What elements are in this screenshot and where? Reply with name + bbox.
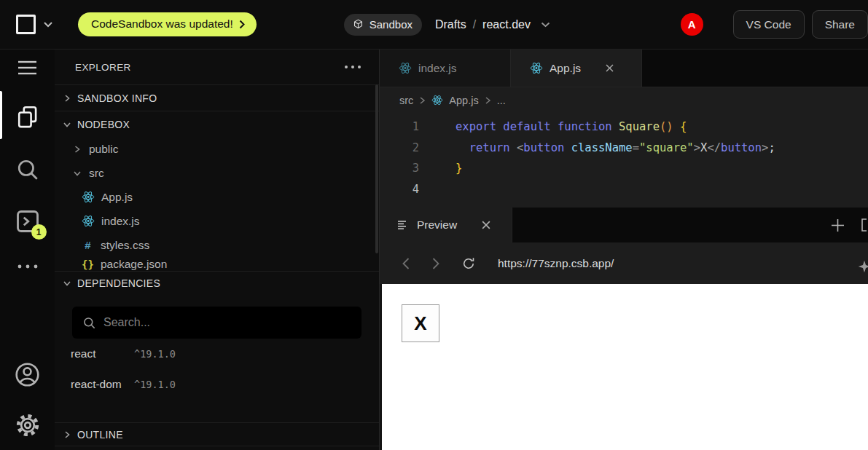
search-icon[interactable] [15, 157, 40, 182]
code-text: return <button className="square">X</but… [419, 138, 775, 159]
code-text: export default function Square() { [419, 117, 687, 138]
tree-file-app-js[interactable]: App.js [55, 185, 379, 209]
explorer-scrollbar[interactable] [375, 84, 378, 253]
section-sandbox-info[interactable]: SANDBOX INFO [55, 85, 379, 111]
code-text [419, 179, 455, 200]
chevron-right-icon [73, 144, 82, 154]
editor-tabstrip: index.js App.js [380, 50, 868, 87]
terminal-icon[interactable]: 1 [15, 208, 41, 234]
explorer-more-icon[interactable] [344, 65, 361, 69]
chevron-down-icon[interactable] [541, 22, 550, 28]
add-tab-icon[interactable] [831, 218, 845, 232]
breadcrumb-src[interactable]: src [399, 95, 413, 106]
breadcrumb-symbol[interactable]: ... [497, 95, 506, 106]
explorer-header: EXPLORER [55, 50, 379, 85]
preview-url[interactable]: https://77sznp.csb.app/ [498, 257, 614, 270]
section-label: OUTLINE [77, 429, 123, 441]
preview-tab-label: Preview [417, 218, 457, 232]
close-icon[interactable] [605, 63, 614, 73]
react-icon [530, 62, 543, 74]
tree-item-label: App.js [101, 191, 133, 204]
tree-folder-public[interactable]: public [55, 137, 379, 161]
codesandbox-logo[interactable] [16, 15, 36, 34]
breadcrumb-project-name: react.dev [482, 18, 531, 31]
active-view-indicator [0, 91, 2, 139]
tab-index-js[interactable]: index.js [380, 50, 511, 87]
explorer-panel: EXPLORER SANDBOX INFO NODEBOX public src… [55, 50, 380, 450]
tab-label: index.js [418, 62, 457, 75]
sandbox-badge-label: Sandbox [370, 18, 413, 31]
dependency-version: ^19.1.0 [134, 379, 176, 390]
code-line[interactable]: 1export default function Square() { [380, 117, 868, 138]
chevron-right-icon [419, 96, 426, 105]
layout-panel-icon[interactable] [861, 218, 868, 232]
activity-bar: 1 [0, 50, 55, 450]
sandbox-badge[interactable]: Sandbox [344, 14, 422, 36]
settings-gear-icon[interactable] [14, 411, 42, 439]
forward-icon[interactable] [431, 257, 440, 270]
editor-breadcrumb[interactable]: src App.js ... [380, 87, 868, 113]
preview-content: X [380, 284, 868, 450]
user-avatar[interactable]: A [681, 13, 703, 36]
explorer-files-icon[interactable] [16, 105, 39, 130]
sparkle-icon[interactable] [856, 258, 868, 275]
top-header: CodeSandbox was updated! Sandbox Drafts … [0, 0, 868, 50]
tree-item-label: package.json [101, 258, 167, 271]
code-text: } [419, 158, 462, 179]
chevron-right-icon [62, 430, 72, 440]
chevron-down-icon[interactable] [43, 21, 53, 28]
preview-square-button[interactable]: X [402, 304, 439, 342]
section-nodebox[interactable]: NODEBOX [55, 111, 379, 137]
line-number: 2 [380, 138, 419, 159]
back-icon[interactable] [402, 257, 410, 270]
code-line[interactable]: 3} [380, 158, 868, 179]
code-line[interactable]: 2 return <button className="square">X</b… [380, 138, 868, 159]
code-editor[interactable]: 1export default function Square() {2 ret… [380, 113, 868, 208]
breadcrumb-file[interactable]: App.js [449, 95, 478, 106]
section-outline[interactable]: OUTLINE [55, 423, 379, 446]
tree-folder-src[interactable]: src [55, 161, 379, 185]
tree-item-label: public [89, 143, 119, 156]
section-label: NODEBOX [77, 119, 130, 130]
react-icon [399, 62, 412, 74]
refresh-icon[interactable] [461, 256, 476, 271]
project-breadcrumb[interactable]: Drafts / react.dev [435, 18, 550, 31]
list-icon [397, 220, 409, 230]
dependency-row[interactable]: react ^19.1.0 [55, 339, 379, 369]
react-icon [431, 95, 443, 106]
update-banner-label: CodeSandbox was updated! [91, 17, 233, 31]
preview-navbar: https://77sznp.csb.app/ [380, 242, 868, 284]
preview-tab[interactable]: Preview [380, 208, 512, 242]
chevron-right-icon [239, 20, 245, 29]
share-button[interactable]: Share [812, 10, 868, 39]
more-actions-icon[interactable] [17, 264, 39, 269]
chevron-right-icon [485, 96, 491, 105]
tree-file-package-json[interactable]: {} package.json [55, 257, 379, 271]
update-banner[interactable]: CodeSandbox was updated! [78, 12, 257, 36]
dependency-row[interactable]: react-dom ^19.1.0 [55, 369, 379, 400]
account-icon[interactable] [14, 361, 41, 388]
preview-tabstrip: Preview [380, 208, 868, 242]
tree-item-label: styles.css [101, 239, 149, 252]
line-number: 1 [380, 117, 419, 138]
avatar-letter: A [688, 18, 696, 31]
section-dependencies[interactable]: DEPENDENCIES [55, 272, 379, 294]
section-label: SANDBOX INFO [77, 92, 157, 104]
tab-app-js[interactable]: App.js [511, 50, 642, 87]
vscode-button[interactable]: VS Code [733, 10, 805, 39]
menu-icon[interactable] [17, 60, 37, 76]
dependency-search-input[interactable] [103, 316, 322, 329]
line-number: 3 [380, 158, 419, 179]
close-icon[interactable] [481, 220, 491, 230]
cube-icon [352, 18, 364, 31]
search-icon [82, 316, 96, 330]
tree-item-label: src [89, 167, 104, 180]
code-line[interactable]: 4 [380, 179, 868, 200]
chevron-down-icon [73, 168, 82, 178]
code-lines: 1export default function Square() {2 ret… [380, 117, 868, 200]
section-label: DEPENDENCIES [77, 277, 160, 289]
tree-file-index-js[interactable]: index.js [55, 209, 379, 233]
tree-file-styles-css[interactable]: # styles.css [55, 233, 379, 257]
dependency-version: ^19.1.0 [134, 348, 176, 360]
dependency-search[interactable] [72, 307, 361, 339]
